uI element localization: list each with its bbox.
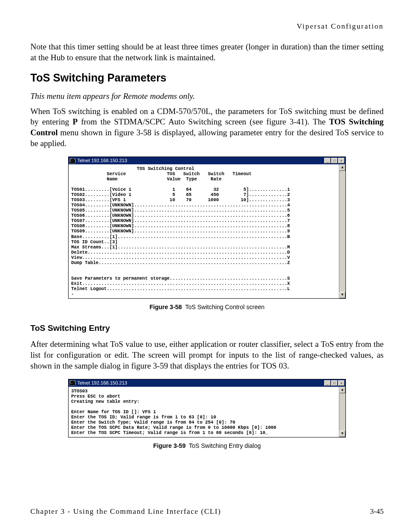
window-controls-1: _ □ × — [324, 158, 345, 163]
maximize-button[interactable]: □ — [331, 380, 338, 386]
intro-paragraph: Note that this timer setting should be a… — [30, 42, 384, 63]
terminal-content-2: 3TOS03 Press ESC to abort Creating new t… — [71, 388, 335, 436]
fig58-caption-bold: Figure 3-58 — [149, 304, 182, 310]
scroll-up-icon[interactable]: ▲ — [339, 164, 345, 171]
figure-58-block: C:\ Telnet 192.168.150.213 _ □ × TOS Swi… — [30, 157, 384, 319]
close-button[interactable]: × — [338, 380, 345, 386]
terminal-body-2: 3TOS03 Press ESC to abort Creating new t… — [69, 387, 345, 437]
scroll-down-icon[interactable]: ▼ — [339, 292, 345, 298]
page-footer: Chapter 3 - Using the Command Line Inter… — [30, 507, 384, 516]
window-controls-2: _ □ × — [324, 380, 345, 386]
terminal-body-1: TOS Switching Control Service TOS Switch… — [69, 164, 345, 299]
scrollbar-2[interactable]: ▲ ▼ — [339, 387, 345, 437]
scrollbar-1[interactable]: ▲ ▼ — [339, 164, 345, 299]
cmd-icon: C:\ — [69, 380, 76, 385]
section-paragraph: When ToS switching is enabled on a CDM-5… — [30, 106, 384, 149]
section-note: This menu item appears for Remote modems… — [30, 91, 384, 102]
titlebar-2: C:\ Telnet 192.168.150.213 _ □ × — [69, 379, 345, 386]
minimize-button[interactable]: _ — [324, 158, 331, 163]
fig59-caption-text: ToS Switching Entry dialog — [189, 442, 261, 449]
footer-page-number: 3-45 — [370, 507, 384, 516]
scroll-up-icon[interactable]: ▲ — [339, 387, 345, 393]
cmd-icon: C:\ — [69, 158, 76, 163]
fig58-caption-text: ToS Switching Control screen — [185, 304, 265, 310]
telnet-window-2: C:\ Telnet 192.168.150.213 _ □ × 3TOS03 … — [68, 379, 346, 437]
subsection-paragraph: After determining what ToS value to use,… — [30, 339, 384, 371]
maximize-button[interactable]: □ — [331, 158, 338, 163]
figure-58-caption: Figure 3-58 ToS Switching Control screen — [149, 303, 264, 311]
fig59-caption-bold: Figure 3-59 — [153, 442, 186, 449]
scroll-down-icon[interactable]: ▼ — [339, 431, 345, 437]
window-title-1: Telnet 192.168.150.213 — [77, 157, 127, 163]
minimize-button[interactable]: _ — [324, 380, 331, 386]
titlebar-1: C:\ Telnet 192.168.150.213 _ □ × — [69, 157, 345, 164]
window-title-2: Telnet 192.168.150.213 — [77, 380, 127, 386]
figure-59-block: C:\ Telnet 192.168.150.213 _ □ × 3TOS03 … — [30, 379, 384, 457]
figure-59-caption: Figure 3-59 ToS Switching Entry dialog — [153, 442, 261, 450]
footer-chapter: Chapter 3 - Using the Command Line Inter… — [30, 507, 221, 516]
close-button[interactable]: × — [338, 158, 345, 163]
page-header-section: Vipersat Configuration — [30, 22, 384, 31]
subsection-heading: ToS Switching Entry — [30, 323, 384, 334]
section-heading: ToS Switching Parameters — [30, 71, 384, 85]
para-bold-p: P — [72, 117, 78, 126]
para-text-2: from the STDMA/SCPC Auto Switching scree… — [78, 117, 329, 126]
terminal-content-1: TOS Switching Control Service TOS Switch… — [71, 166, 335, 297]
telnet-window-1: C:\ Telnet 192.168.150.213 _ □ × TOS Swi… — [68, 157, 346, 299]
para-text-3: menu shown in figure 3-58 is displayed, … — [30, 128, 384, 148]
